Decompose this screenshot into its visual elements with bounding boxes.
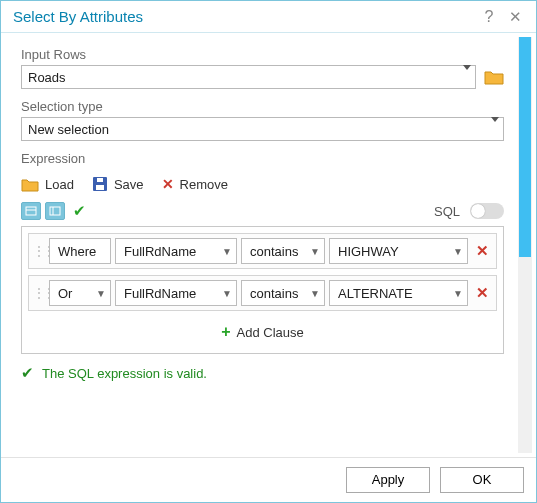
chevron-down-icon: ▼ — [218, 288, 232, 299]
drag-handle-icon[interactable]: ⋮⋮ — [33, 244, 45, 258]
load-expression-button[interactable]: Load — [21, 177, 74, 192]
validation-message-row: ✔ The SQL expression is valid. — [21, 364, 504, 382]
scrollbar[interactable] — [518, 37, 532, 453]
add-clause-label: Add Clause — [237, 325, 304, 340]
chevron-down-icon: ▼ — [449, 288, 463, 299]
add-clause-button[interactable]: + Add Clause — [28, 317, 497, 347]
chevron-down-icon: ▼ — [449, 246, 463, 257]
save-label: Save — [114, 177, 144, 192]
delete-clause-button[interactable]: ✕ — [472, 284, 492, 302]
clause-op-value: contains — [250, 286, 298, 301]
clause-conj-value: Where — [58, 244, 96, 259]
clause-operator-dropdown[interactable]: contains ▼ — [241, 238, 325, 264]
close-icon: ✕ — [509, 8, 522, 26]
svg-rect-1 — [96, 185, 104, 190]
clause-conjunction-dropdown[interactable]: Or ▼ — [49, 280, 111, 306]
chevron-down-icon — [491, 122, 499, 137]
chevron-down-icon: ▼ — [306, 246, 320, 257]
remove-icon: ✕ — [162, 176, 174, 192]
clause-value-dropdown[interactable]: ALTERNATE ▼ — [329, 280, 468, 306]
browse-folder-button[interactable] — [484, 69, 504, 85]
selection-type-value: New selection — [28, 122, 109, 137]
load-label: Load — [45, 177, 74, 192]
save-expression-button[interactable]: Save — [92, 176, 144, 192]
selection-type-dropdown[interactable]: New selection — [21, 117, 504, 141]
sql-view-button[interactable] — [45, 202, 65, 220]
selection-type-label: Selection type — [21, 99, 504, 114]
checkmark-icon: ✔ — [21, 364, 34, 382]
sql-toggle-label: SQL — [434, 204, 460, 219]
clause-value-text: ALTERNATE — [338, 286, 413, 301]
dialog-title: Select By Attributes — [13, 8, 476, 25]
clause-field-dropdown[interactable]: FullRdName ▼ — [115, 280, 237, 306]
clause-op-value: contains — [250, 244, 298, 259]
input-rows-dropdown[interactable]: Roads — [21, 65, 476, 89]
clause-field-value: FullRdName — [124, 244, 196, 259]
expression-builder: ⋮⋮ Where FullRdName ▼ contains ▼ HIGHWAY… — [21, 226, 504, 354]
drag-handle-icon[interactable]: ⋮⋮ — [33, 286, 45, 300]
question-icon: ? — [485, 8, 494, 26]
clause-row: ⋮⋮ Or ▼ FullRdName ▼ contains ▼ ALTERNAT… — [28, 275, 497, 311]
expression-label: Expression — [21, 151, 504, 166]
remove-label: Remove — [180, 177, 228, 192]
validation-message: The SQL expression is valid. — [42, 366, 207, 381]
clause-value-text: HIGHWAY — [338, 244, 399, 259]
chevron-down-icon: ▼ — [218, 246, 232, 257]
chevron-down-icon: ▼ — [306, 288, 320, 299]
svg-rect-3 — [26, 207, 36, 215]
chevron-down-icon: ▼ — [92, 288, 106, 299]
clause-conjunction[interactable]: Where — [49, 238, 111, 264]
apply-button[interactable]: Apply — [346, 467, 430, 493]
scrollbar-thumb[interactable] — [519, 37, 531, 257]
svg-rect-2 — [97, 178, 103, 182]
builder-icon — [25, 206, 37, 216]
clause-operator-dropdown[interactable]: contains ▼ — [241, 280, 325, 306]
clause-row: ⋮⋮ Where FullRdName ▼ contains ▼ HIGHWAY… — [28, 233, 497, 269]
chevron-down-icon — [463, 70, 471, 85]
help-button[interactable]: ? — [476, 4, 502, 30]
validate-check-icon: ✔ — [73, 202, 86, 220]
sql-icon — [49, 206, 61, 216]
svg-rect-5 — [50, 207, 60, 215]
query-builder-button[interactable] — [21, 202, 41, 220]
clause-field-value: FullRdName — [124, 286, 196, 301]
plus-icon: + — [221, 323, 230, 341]
input-rows-label: Input Rows — [21, 47, 504, 62]
remove-expression-button[interactable]: ✕ Remove — [162, 176, 228, 192]
close-button[interactable]: ✕ — [502, 4, 528, 30]
clause-field-dropdown[interactable]: FullRdName ▼ — [115, 238, 237, 264]
clause-value-dropdown[interactable]: HIGHWAY ▼ — [329, 238, 468, 264]
save-icon — [92, 176, 108, 192]
input-rows-value: Roads — [28, 70, 66, 85]
ok-button[interactable]: OK — [440, 467, 524, 493]
clause-conj-value: Or — [58, 286, 72, 301]
sql-toggle[interactable] — [470, 203, 504, 219]
delete-clause-button[interactable]: ✕ — [472, 242, 492, 260]
folder-icon — [484, 69, 504, 85]
folder-open-icon — [21, 177, 39, 192]
